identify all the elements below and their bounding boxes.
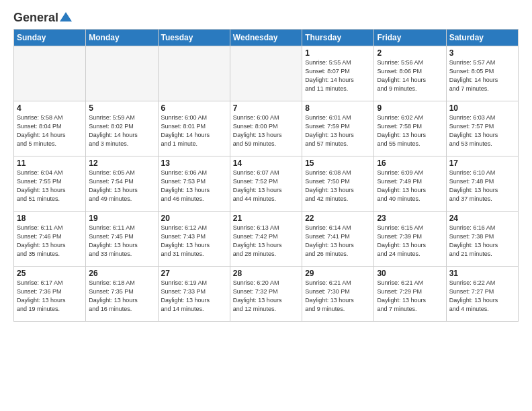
day-info: Sunrise: 6:05 AM Sunset: 7:54 PM Dayligh… [89,169,154,203]
calendar-week-1: 4Sunrise: 5:58 AM Sunset: 8:04 PM Daylig… [14,101,519,156]
day-info: Sunrise: 6:11 AM Sunset: 7:46 PM Dayligh… [17,224,83,259]
calendar-cell: 5Sunrise: 5:59 AM Sunset: 8:02 PM Daylig… [86,101,158,156]
calendar-cell: 21Sunrise: 6:13 AM Sunset: 7:42 PM Dayli… [230,212,302,267]
day-info: Sunrise: 6:16 AM Sunset: 7:38 PM Dayligh… [449,224,515,259]
calendar-cell: 30Sunrise: 6:21 AM Sunset: 7:29 PM Dayli… [374,267,446,322]
weekday-header-wednesday: Wednesday [230,30,302,46]
calendar-cell: 6Sunrise: 6:00 AM Sunset: 8:01 PM Daylig… [158,101,230,156]
day-number: 12 [89,158,154,168]
weekday-header-saturday: Saturday [446,30,518,46]
calendar-cell: 22Sunrise: 6:14 AM Sunset: 7:41 PM Dayli… [302,212,374,267]
calendar-cell [86,46,158,101]
calendar-cell [158,46,230,101]
day-number: 19 [89,214,154,223]
day-number: 20 [161,214,227,223]
day-number: 17 [449,158,515,168]
calendar-cell: 24Sunrise: 6:16 AM Sunset: 7:38 PM Dayli… [446,212,518,267]
weekday-header-monday: Monday [86,30,158,46]
day-info: Sunrise: 6:13 AM Sunset: 7:42 PM Dayligh… [233,224,299,259]
calendar-cell [14,46,86,101]
calendar-cell: 26Sunrise: 6:18 AM Sunset: 7:35 PM Dayli… [86,267,158,322]
day-number: 1 [305,48,371,58]
calendar-cell: 28Sunrise: 6:20 AM Sunset: 7:32 PM Dayli… [230,267,302,322]
day-number: 3 [449,48,515,58]
day-info: Sunrise: 6:18 AM Sunset: 7:35 PM Dayligh… [89,279,154,314]
day-info: Sunrise: 6:08 AM Sunset: 7:50 PM Dayligh… [305,169,371,203]
day-number: 18 [17,214,83,223]
page: General SundayMondayTuesdayWednesdayThur… [0,0,532,411]
calendar-week-3: 18Sunrise: 6:11 AM Sunset: 7:46 PM Dayli… [14,212,519,267]
calendar-cell: 19Sunrise: 6:11 AM Sunset: 7:45 PM Dayli… [86,212,158,267]
day-info: Sunrise: 6:02 AM Sunset: 7:58 PM Dayligh… [377,113,443,148]
calendar-week-0: 1Sunrise: 5:55 AM Sunset: 8:07 PM Daylig… [14,46,519,101]
day-info: Sunrise: 6:04 AM Sunset: 7:55 PM Dayligh… [17,169,83,203]
logo-general: General [13,11,58,25]
calendar-cell: 11Sunrise: 6:04 AM Sunset: 7:55 PM Dayli… [14,156,86,212]
calendar-cell: 20Sunrise: 6:12 AM Sunset: 7:43 PM Dayli… [158,212,230,267]
day-number: 14 [233,158,299,168]
day-number: 31 [449,269,515,278]
calendar-cell: 9Sunrise: 6:02 AM Sunset: 7:58 PM Daylig… [374,101,446,156]
day-info: Sunrise: 6:21 AM Sunset: 7:29 PM Dayligh… [377,279,443,314]
day-info: Sunrise: 6:12 AM Sunset: 7:43 PM Dayligh… [161,224,227,259]
svg-marker-0 [60,12,72,21]
day-number: 16 [377,158,443,168]
calendar-cell: 10Sunrise: 6:03 AM Sunset: 7:57 PM Dayli… [446,101,518,156]
calendar-cell: 16Sunrise: 6:09 AM Sunset: 7:49 PM Dayli… [374,156,446,212]
day-number: 22 [305,214,371,223]
weekday-row: SundayMondayTuesdayWednesdayThursdayFrid… [14,30,519,46]
day-number: 21 [233,214,299,223]
calendar-body: 1Sunrise: 5:55 AM Sunset: 8:07 PM Daylig… [14,46,519,322]
day-number: 5 [89,103,154,113]
day-info: Sunrise: 5:55 AM Sunset: 8:07 PM Dayligh… [305,58,371,93]
calendar-cell: 23Sunrise: 6:15 AM Sunset: 7:39 PM Dayli… [374,212,446,267]
day-info: Sunrise: 5:56 AM Sunset: 8:06 PM Dayligh… [377,58,443,93]
calendar-cell: 17Sunrise: 6:10 AM Sunset: 7:48 PM Dayli… [446,156,518,212]
day-info: Sunrise: 6:17 AM Sunset: 7:36 PM Dayligh… [17,279,83,314]
calendar-cell: 25Sunrise: 6:17 AM Sunset: 7:36 PM Dayli… [14,267,86,322]
calendar-cell: 13Sunrise: 6:06 AM Sunset: 7:53 PM Dayli… [158,156,230,212]
weekday-header-sunday: Sunday [14,30,86,46]
day-number: 2 [377,48,443,58]
day-number: 15 [305,158,371,168]
day-number: 27 [161,269,227,278]
calendar-cell: 3Sunrise: 5:57 AM Sunset: 8:05 PM Daylig… [446,46,518,101]
day-info: Sunrise: 6:07 AM Sunset: 7:52 PM Dayligh… [233,169,299,203]
day-info: Sunrise: 5:58 AM Sunset: 8:04 PM Dayligh… [17,113,83,148]
logo-icon [60,11,72,23]
day-number: 26 [89,269,154,278]
calendar-cell: 15Sunrise: 6:08 AM Sunset: 7:50 PM Dayli… [302,156,374,212]
day-number: 13 [161,158,227,168]
day-info: Sunrise: 5:57 AM Sunset: 8:05 PM Dayligh… [449,58,515,93]
day-info: Sunrise: 5:59 AM Sunset: 8:02 PM Dayligh… [89,113,154,148]
day-number: 8 [305,103,371,113]
day-number: 6 [161,103,227,113]
day-info: Sunrise: 6:22 AM Sunset: 7:27 PM Dayligh… [449,279,515,314]
calendar-cell: 18Sunrise: 6:11 AM Sunset: 7:46 PM Dayli… [14,212,86,267]
calendar-week-4: 25Sunrise: 6:17 AM Sunset: 7:36 PM Dayli… [14,267,519,322]
day-info: Sunrise: 6:21 AM Sunset: 7:30 PM Dayligh… [305,279,371,314]
day-info: Sunrise: 6:11 AM Sunset: 7:45 PM Dayligh… [89,224,154,259]
header: General [13,11,519,24]
calendar-cell: 29Sunrise: 6:21 AM Sunset: 7:30 PM Dayli… [302,267,374,322]
logo: General [13,11,72,24]
calendar-cell: 27Sunrise: 6:19 AM Sunset: 7:33 PM Dayli… [158,267,230,322]
calendar-cell: 7Sunrise: 6:00 AM Sunset: 8:00 PM Daylig… [230,101,302,156]
day-info: Sunrise: 6:14 AM Sunset: 7:41 PM Dayligh… [305,224,371,259]
day-info: Sunrise: 6:09 AM Sunset: 7:49 PM Dayligh… [377,169,443,203]
calendar-cell [230,46,302,101]
day-info: Sunrise: 6:20 AM Sunset: 7:32 PM Dayligh… [233,279,299,314]
calendar-week-2: 11Sunrise: 6:04 AM Sunset: 7:55 PM Dayli… [14,156,519,212]
day-info: Sunrise: 6:00 AM Sunset: 8:01 PM Dayligh… [161,113,227,148]
calendar-table: SundayMondayTuesdayWednesdayThursdayFrid… [13,29,519,322]
day-number: 30 [377,269,443,278]
day-number: 4 [17,103,83,113]
calendar-cell: 2Sunrise: 5:56 AM Sunset: 8:06 PM Daylig… [374,46,446,101]
day-info: Sunrise: 6:10 AM Sunset: 7:48 PM Dayligh… [449,169,515,203]
day-info: Sunrise: 6:06 AM Sunset: 7:53 PM Dayligh… [161,169,227,203]
day-info: Sunrise: 6:00 AM Sunset: 8:00 PM Dayligh… [233,113,299,148]
day-number: 9 [377,103,443,113]
day-number: 28 [233,269,299,278]
day-number: 25 [17,269,83,278]
calendar-cell: 31Sunrise: 6:22 AM Sunset: 7:27 PM Dayli… [446,267,518,322]
